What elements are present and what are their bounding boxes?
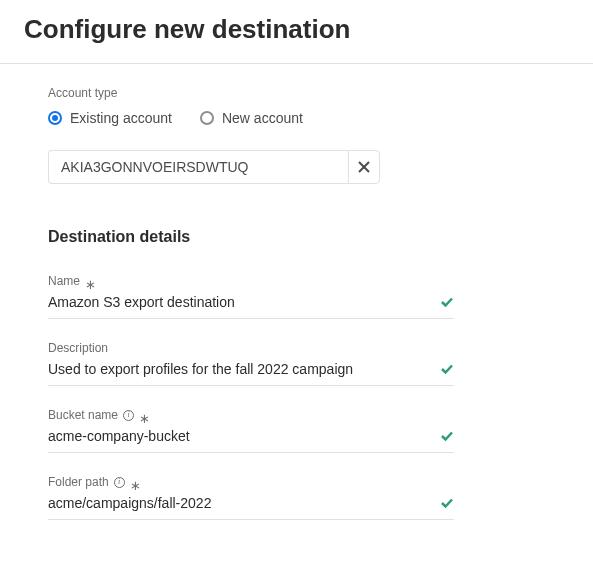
required-asterisk [139,412,150,425]
info-icon[interactable]: i [123,410,134,421]
valid-check-icon [440,496,454,510]
name-field: Name [48,274,454,319]
name-label: Name [48,274,80,288]
bucket-field: Bucket name i [48,408,454,453]
required-asterisk [85,278,96,291]
radio-new-account[interactable]: New account [200,110,303,126]
description-input[interactable] [48,361,440,377]
valid-check-icon [440,295,454,309]
required-asterisk [130,479,141,492]
description-label: Description [48,341,108,355]
name-input[interactable] [48,294,440,310]
page-title: Configure new destination [24,14,569,45]
account-select-row: AKIA3GONNVOEIRSDWTUQ [48,150,380,184]
info-icon[interactable]: i [114,477,125,488]
radio-new-label: New account [222,110,303,126]
radio-indicator [200,111,214,125]
clear-account-button[interactable] [348,150,380,184]
bucket-label: Bucket name [48,408,118,422]
bucket-input[interactable] [48,428,440,444]
description-field: Description [48,341,454,386]
radio-existing-label: Existing account [70,110,172,126]
folder-input[interactable] [48,495,440,511]
account-type-radios: Existing account New account [48,110,454,126]
destination-details-heading: Destination details [48,228,454,246]
account-type-label: Account type [48,86,454,100]
account-select[interactable]: AKIA3GONNVOEIRSDWTUQ [48,150,348,184]
radio-indicator-selected [48,111,62,125]
radio-existing-account[interactable]: Existing account [48,110,172,126]
folder-field: Folder path i [48,475,454,520]
close-icon [358,161,370,173]
valid-check-icon [440,429,454,443]
folder-label: Folder path [48,475,109,489]
valid-check-icon [440,362,454,376]
